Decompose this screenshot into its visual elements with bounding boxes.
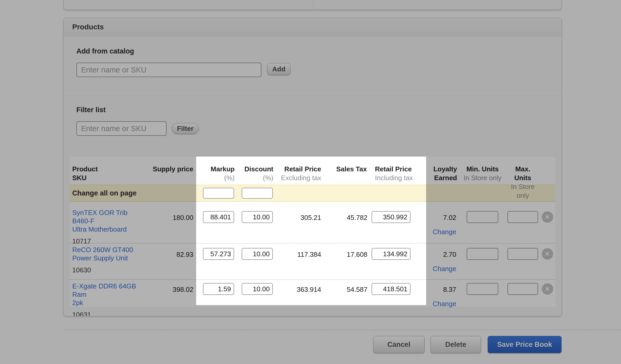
product-row: ReCO 260W GT400 Power Supply Unit 10630 … bbox=[70, 243, 555, 279]
max-units-input[interactable] bbox=[507, 248, 538, 260]
retail-price-incl-input[interactable] bbox=[372, 211, 411, 223]
filter-button[interactable]: Filter bbox=[172, 123, 199, 134]
loyalty-change-link[interactable]: Change bbox=[433, 228, 456, 236]
supply-price-value: 82.93 bbox=[146, 244, 196, 279]
panel-divider bbox=[313, 0, 313, 10]
filter-list-section: Filter list Filter bbox=[64, 95, 561, 136]
loyalty-earned-value: 2.70 bbox=[443, 251, 456, 258]
remove-product-icon[interactable]: ✕ bbox=[542, 211, 553, 223]
loyalty-cell: 7.02 Change bbox=[420, 202, 459, 245]
min-units-input[interactable] bbox=[467, 283, 498, 295]
remove-product-icon[interactable]: ✕ bbox=[542, 283, 553, 295]
price-book-page: Products Add from catalog Add Filter lis… bbox=[0, 0, 621, 364]
remove-cell: ✕ bbox=[539, 202, 555, 245]
delete-button[interactable]: Delete bbox=[431, 336, 481, 353]
sales-tax-value: 54.587 bbox=[328, 280, 372, 316]
col-header-remove bbox=[539, 157, 555, 200]
col-header-loyalty: Loyalty Earned bbox=[420, 157, 459, 200]
product-row: SynTEX GOR Trib B460-F Ultra Motherboard… bbox=[70, 202, 555, 243]
cancel-button[interactable]: Cancel bbox=[373, 336, 425, 353]
change-all-markup-input[interactable] bbox=[203, 188, 234, 199]
change-all-label: Change all on page bbox=[70, 189, 196, 197]
retail-price-excl-value: 363.914 bbox=[276, 280, 328, 316]
product-sku: 10630 bbox=[72, 266, 146, 274]
filter-list-heading: Filter list bbox=[76, 106, 561, 114]
discount-input[interactable] bbox=[242, 248, 273, 260]
product-link[interactable]: E-Xgate DDR6 64GB Ram 2pk bbox=[72, 282, 146, 307]
add-from-catalog-input[interactable] bbox=[76, 63, 261, 77]
supply-price-value: 180.00 bbox=[146, 202, 196, 245]
product-link[interactable]: SynTEX GOR Trib B460-F Ultra Motherboard bbox=[72, 208, 146, 233]
product-link[interactable]: ReCO 260W GT400 Power Supply Unit bbox=[72, 246, 146, 262]
retail-price-incl-input[interactable] bbox=[372, 283, 411, 295]
col-header-sales-tax: Sales Tax bbox=[328, 157, 372, 200]
products-panel: Products Add from catalog Add Filter lis… bbox=[63, 18, 562, 316]
panel-title: Products bbox=[72, 23, 104, 31]
col-header-min-units: Min. Units In Store only bbox=[459, 157, 506, 200]
loyalty-change-link[interactable]: Change bbox=[433, 300, 456, 308]
previous-section-panels bbox=[63, 0, 562, 10]
change-all-discount-input[interactable] bbox=[242, 188, 273, 199]
save-price-book-button[interactable]: Save Price Book bbox=[488, 336, 561, 353]
loyalty-earned-value: 7.02 bbox=[443, 214, 456, 221]
product-cell: E-Xgate DDR6 64GB Ram 2pk 10631 bbox=[70, 280, 146, 316]
col-header-retail-price-incl: Retail Price Including tax bbox=[372, 157, 420, 200]
markup-input[interactable] bbox=[203, 211, 234, 223]
col-header-retail-price-excl: Retail Price Excluding tax bbox=[276, 157, 328, 200]
actions-divider bbox=[64, 330, 621, 330]
retail-price-excl-value: 117.384 bbox=[276, 244, 328, 279]
retail-price-incl-input[interactable] bbox=[372, 248, 411, 260]
product-cell: SynTEX GOR Trib B460-F Ultra Motherboard… bbox=[70, 202, 146, 245]
max-units-input[interactable] bbox=[507, 211, 538, 223]
supply-price-value: 398.02 bbox=[146, 280, 196, 316]
max-units-input[interactable] bbox=[507, 283, 538, 295]
loyalty-cell: 8.37 Change bbox=[420, 280, 459, 316]
markup-input[interactable] bbox=[203, 283, 234, 295]
discount-input[interactable] bbox=[242, 283, 273, 295]
add-from-catalog-section: Add from catalog Add bbox=[64, 36, 561, 95]
add-button[interactable]: Add bbox=[267, 63, 290, 75]
remove-cell: ✕ bbox=[539, 280, 555, 316]
product-sku: 10631 bbox=[72, 311, 146, 316]
loyalty-earned-value: 8.37 bbox=[443, 286, 456, 293]
loyalty-change-link[interactable]: Change bbox=[433, 265, 456, 273]
table-header-row: Product SKU Supply price Markup (%) Disc… bbox=[70, 157, 555, 185]
product-row: E-Xgate DDR6 64GB Ram 2pk 10631 398.02 3… bbox=[70, 279, 555, 307]
add-from-catalog-heading: Add from catalog bbox=[76, 47, 561, 55]
products-table: Product SKU Supply price Markup (%) Disc… bbox=[70, 157, 555, 307]
remove-product-icon[interactable]: ✕ bbox=[542, 248, 553, 260]
min-units-input[interactable] bbox=[467, 248, 498, 260]
products-panel-header: Products bbox=[64, 18, 561, 36]
sales-tax-value: 17.608 bbox=[328, 244, 372, 279]
loyalty-cell: 2.70 Change bbox=[420, 244, 459, 279]
markup-input[interactable] bbox=[203, 248, 234, 260]
remove-cell: ✕ bbox=[539, 244, 555, 279]
sales-tax-value: 45.782 bbox=[328, 202, 372, 245]
filter-input[interactable] bbox=[76, 121, 167, 136]
retail-price-excl-value: 305.21 bbox=[276, 202, 328, 245]
col-header-max-units: Max. Units In Store only bbox=[506, 157, 539, 200]
min-units-input[interactable] bbox=[467, 211, 498, 223]
discount-input[interactable] bbox=[242, 211, 273, 223]
product-cell: ReCO 260W GT400 Power Supply Unit 10630 bbox=[70, 244, 146, 279]
